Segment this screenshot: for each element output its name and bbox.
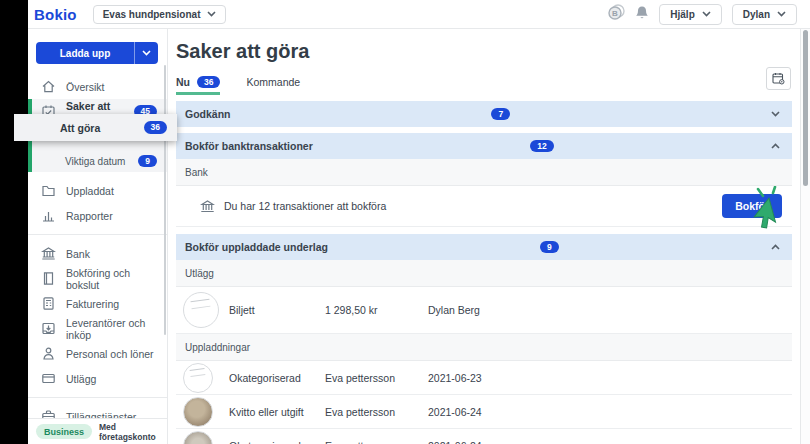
group-title: Uppladdningar xyxy=(185,342,250,353)
count-badge: 12 xyxy=(530,140,553,153)
section-title: Godkänn xyxy=(185,108,231,120)
sidebar-divider xyxy=(28,234,167,235)
receipt-thumbnail xyxy=(183,397,213,427)
count-badge: 36 xyxy=(144,121,167,134)
book-icon xyxy=(41,271,56,286)
receipt-thumbnail xyxy=(183,292,219,328)
count-badge: 9 xyxy=(138,155,157,168)
credit-card-icon xyxy=(41,371,56,386)
sidebar-item-rapporter[interactable]: Rapporter xyxy=(28,203,167,228)
calendar-settings-button[interactable] xyxy=(766,67,791,90)
sidebar-item-label: Viktiga datum xyxy=(65,156,125,167)
sidebar-item-label: Bank xyxy=(66,248,90,260)
upload-owner: Eva pettersson xyxy=(325,372,428,384)
upload-amount: 1 298,50 kr xyxy=(325,304,428,316)
receipt-thumbnail xyxy=(183,431,213,444)
calendar-gear-icon xyxy=(772,72,785,85)
top-header: Bokio Evas hundpensionat B Hjälp xyxy=(28,0,810,29)
company-selector[interactable]: Evas hundpensionat xyxy=(93,5,227,24)
invoice-icon xyxy=(41,296,56,311)
upload-button-label: Ladda upp xyxy=(36,48,134,59)
receipt-thumbnail xyxy=(183,363,213,393)
sidebar-item-personal[interactable]: Personal och löner xyxy=(28,341,167,366)
group-header-uppladdningar: Uppladdningar xyxy=(176,334,792,361)
chevron-down-icon xyxy=(771,111,780,117)
app-window: Bokio Evas hundpensionat B Hjälp xyxy=(28,0,810,444)
section-banktransaktioner[interactable]: Bokför banktransaktioner 12 xyxy=(176,133,792,159)
tab-nu[interactable]: Nu 36 xyxy=(176,76,220,96)
group-header-utlagg: Utlägg xyxy=(176,260,792,287)
group-title: Bank xyxy=(185,167,208,178)
upload-name: Kvitto eller utgift xyxy=(229,406,325,418)
upload-row[interactable]: Biljett 1 298,50 kr Dylan Berg xyxy=(176,287,792,334)
chevron-up-icon xyxy=(771,244,780,250)
chevron-down-icon xyxy=(702,11,711,17)
sidebar-item-label: Fakturering xyxy=(66,298,119,310)
upload-row[interactable]: Kvitto eller utgift Eva pettersson 2021-… xyxy=(176,395,792,429)
upload-date: 2021-06-24 xyxy=(428,406,792,418)
bank-icon xyxy=(41,246,56,261)
user-label: Dylan xyxy=(743,9,770,20)
group-header-bank: Bank xyxy=(176,159,792,186)
upload-row[interactable]: Okategoriserad Eva pettersson 2021-06-24 xyxy=(176,429,792,444)
tab-bar: Nu 36 Kommande xyxy=(176,71,792,95)
sidebar-item-utlagg[interactable]: Utlägg xyxy=(28,366,167,391)
upload-dropdown-toggle[interactable] xyxy=(134,42,158,64)
sidebar-item-label: Personal och löner xyxy=(66,348,154,360)
sidebar-item-fakturering[interactable]: Fakturering xyxy=(28,291,167,316)
inbox-download-icon xyxy=(41,321,56,336)
help-label: Hjälp xyxy=(670,9,694,20)
chevron-down-icon xyxy=(777,11,786,17)
sidebar-item-bank[interactable]: Bank xyxy=(28,241,167,266)
count-badge: 36 xyxy=(197,76,220,89)
sidebar-footer[interactable]: Business Med företagskonto xyxy=(28,418,167,444)
bank-task-text: Du har 12 transaktioner att bokföra xyxy=(224,200,386,212)
upload-row[interactable]: Okategoriserad Eva pettersson 2021-06-23 xyxy=(176,361,792,395)
sidebar-item-label: Bokföring och bokslut xyxy=(66,267,157,291)
sidebar-item-label: Uppladdat xyxy=(66,185,114,197)
bank-task-row[interactable]: Du har 12 transaktioner att bokföra Bokf… xyxy=(176,186,792,227)
upload-name: Okategoriserad xyxy=(229,372,325,384)
sidebar-item-att-gora[interactable]: Att göra 36 xyxy=(14,114,177,141)
bar-chart-icon xyxy=(41,208,56,223)
group-title: Utlägg xyxy=(185,268,214,279)
sidebar-divider xyxy=(28,397,167,398)
home-icon xyxy=(41,79,56,94)
section-uppladdade-underlag[interactable]: Bokför uppladdade underlag 9 xyxy=(176,234,792,260)
upload-button[interactable]: Ladda upp xyxy=(36,42,158,64)
sidebar-item-oversikt[interactable]: Översikt xyxy=(28,74,167,99)
tab-label: Kommande xyxy=(246,76,300,88)
sidebar-item-label: Utlägg xyxy=(66,373,96,385)
section-godkann[interactable]: Godkänn 7 xyxy=(176,101,792,127)
user-menu-button[interactable]: Dylan xyxy=(732,4,797,25)
sidebar: Ladda upp Översikt Saker att göra 45 xyxy=(28,29,168,444)
tab-kommande[interactable]: Kommande xyxy=(246,76,300,95)
bokio-logo: Bokio xyxy=(34,6,77,23)
count-badge: 7 xyxy=(491,108,510,121)
sidebar-scrollbar[interactable] xyxy=(164,65,166,335)
section-title: Bokför banktransaktioner xyxy=(185,140,313,152)
business-plan-badge: Business xyxy=(36,424,92,439)
coin-icon[interactable]: B xyxy=(607,4,625,24)
upload-date: 2021-06-24 xyxy=(428,440,792,444)
page-title: Saker att göra xyxy=(176,39,792,63)
person-icon xyxy=(41,346,56,361)
tab-label: Nu xyxy=(176,76,190,88)
upload-owner: Eva pettersson xyxy=(325,440,428,444)
svg-text:B: B xyxy=(612,9,618,18)
scrollbar-thumb[interactable] xyxy=(803,30,808,186)
sidebar-item-bokforing[interactable]: Bokföring och bokslut xyxy=(28,266,167,291)
help-menu-button[interactable]: Hjälp xyxy=(659,4,721,25)
sidebar-item-label: Översikt xyxy=(66,81,105,93)
chevron-down-icon xyxy=(142,50,151,56)
notifications-bell-icon[interactable] xyxy=(635,5,649,24)
sidebar-item-label: Rapporter xyxy=(66,210,113,222)
sidebar-item-viktiga-datum[interactable]: Viktiga datum 9 xyxy=(32,150,167,172)
sidebar-item-label: Att göra xyxy=(60,122,100,134)
sidebar-item-uppladdat[interactable]: Uppladdat xyxy=(28,178,167,203)
upload-owner: Dylan Berg xyxy=(428,304,792,316)
upload-owner: Eva pettersson xyxy=(325,406,428,418)
plan-description: Med företagskonto xyxy=(99,422,156,442)
folder-icon xyxy=(41,183,56,198)
sidebar-item-leverantorer[interactable]: Leverantörer och inköp xyxy=(28,316,167,341)
